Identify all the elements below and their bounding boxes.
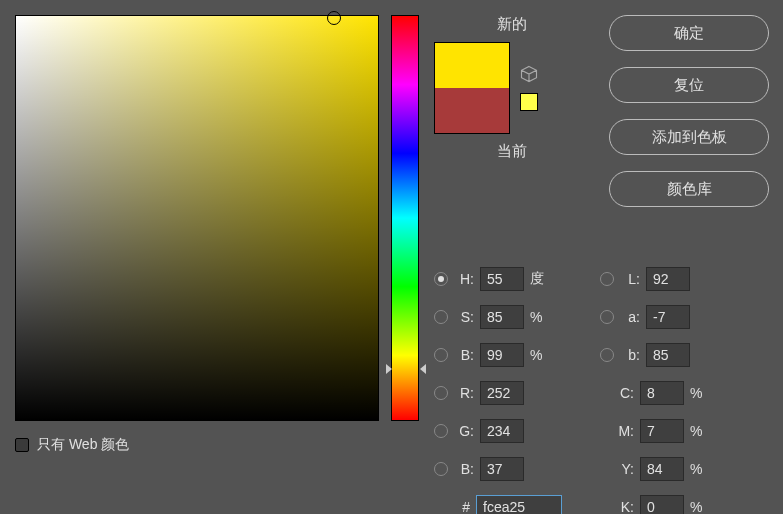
color-field[interactable] xyxy=(15,15,379,421)
add-swatch-button[interactable]: 添加到色板 xyxy=(609,119,769,155)
s-unit: % xyxy=(530,309,550,325)
s-radio[interactable] xyxy=(434,310,448,324)
rgb-b-label: B: xyxy=(454,461,474,477)
g-radio[interactable] xyxy=(434,424,448,438)
m-unit: % xyxy=(690,423,710,439)
a-radio[interactable] xyxy=(600,310,614,324)
c-input[interactable] xyxy=(640,381,684,405)
a-label: a: xyxy=(620,309,640,325)
g-label: G: xyxy=(454,423,474,439)
c-label: C: xyxy=(600,385,634,401)
new-color-label: 新的 xyxy=(434,15,589,34)
l-label: L: xyxy=(620,271,640,287)
c-unit: % xyxy=(690,385,710,401)
br-unit: % xyxy=(530,347,550,363)
k-label: K: xyxy=(600,499,634,514)
current-color-swatch[interactable] xyxy=(434,88,510,134)
hex-label: # xyxy=(434,499,470,514)
new-color-swatch xyxy=(434,42,510,88)
y-unit: % xyxy=(690,461,710,477)
k-unit: % xyxy=(690,499,710,514)
current-color-label: 当前 xyxy=(434,142,589,161)
warning-swatch[interactable] xyxy=(520,93,538,111)
h-radio[interactable] xyxy=(434,272,448,286)
y-label: Y: xyxy=(600,461,634,477)
br-label: B: xyxy=(454,347,474,363)
lab-b-radio[interactable] xyxy=(600,348,614,362)
s-label: S: xyxy=(454,309,474,325)
color-library-button[interactable]: 颜色库 xyxy=(609,171,769,207)
hue-slider-thumb[interactable] xyxy=(386,364,426,374)
color-cursor xyxy=(327,11,341,25)
hex-input[interactable] xyxy=(476,495,562,514)
l-radio[interactable] xyxy=(600,272,614,286)
br-radio[interactable] xyxy=(434,348,448,362)
a-input[interactable] xyxy=(646,305,690,329)
h-input[interactable] xyxy=(480,267,524,291)
g-input[interactable] xyxy=(480,419,524,443)
s-input[interactable] xyxy=(480,305,524,329)
web-only-label: 只有 Web 颜色 xyxy=(37,436,129,454)
k-input[interactable] xyxy=(640,495,684,514)
rgb-b-input[interactable] xyxy=(480,457,524,481)
lab-b-label: b: xyxy=(620,347,640,363)
l-input[interactable] xyxy=(646,267,690,291)
r-label: R: xyxy=(454,385,474,401)
m-label: M: xyxy=(600,423,634,439)
br-input[interactable] xyxy=(480,343,524,367)
y-input[interactable] xyxy=(640,457,684,481)
cube-icon xyxy=(520,65,538,83)
r-input[interactable] xyxy=(480,381,524,405)
rgb-b-radio[interactable] xyxy=(434,462,448,476)
ok-button[interactable]: 确定 xyxy=(609,15,769,51)
reset-button[interactable]: 复位 xyxy=(609,67,769,103)
h-label: H: xyxy=(454,271,474,287)
web-only-checkbox[interactable] xyxy=(15,438,29,452)
hue-slider[interactable] xyxy=(391,15,419,421)
h-unit: 度 xyxy=(530,270,550,288)
r-radio[interactable] xyxy=(434,386,448,400)
m-input[interactable] xyxy=(640,419,684,443)
lab-b-input[interactable] xyxy=(646,343,690,367)
